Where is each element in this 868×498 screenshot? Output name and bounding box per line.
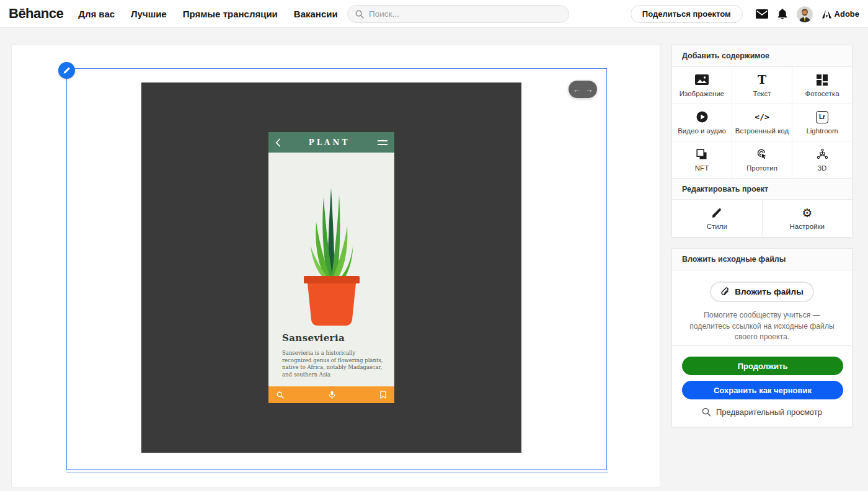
mail-icon[interactable] <box>756 9 768 19</box>
preview-link[interactable]: Предварительный просмотр <box>682 407 842 417</box>
phone-search-icon <box>277 391 284 399</box>
attach-files-button[interactable]: Вложить файлы <box>710 282 814 302</box>
video-audio-icon <box>696 111 708 123</box>
next-section-strip <box>0 491 868 498</box>
arrow-right-icon[interactable]: → <box>585 85 593 94</box>
phone-mic-icon <box>329 391 335 399</box>
nav-item-best[interactable]: Лучшие <box>131 9 167 19</box>
tool-label: Стили <box>707 223 727 230</box>
continue-button[interactable]: Продолжить <box>682 357 843 375</box>
tool-lightroom[interactable]: Lr Lightroom <box>792 104 852 141</box>
attach-files-title: Вложить исходные файлы <box>672 249 852 270</box>
tool-label: Встроенный код <box>735 127 789 135</box>
insertion-indicator-line <box>66 472 608 473</box>
phone-app-header: PLANT <box>268 132 394 153</box>
tool-styles[interactable]: Стили <box>672 200 762 237</box>
add-content-panel: Добавить содержимое Изображение T Фотосе… <box>671 45 852 238</box>
nav-item-livestreams[interactable]: Прямые трансляции <box>183 9 278 19</box>
adobe-label: Adobe <box>835 9 859 19</box>
tool-prototype[interactable]: Прототип <box>732 141 792 178</box>
back-chevron-icon <box>275 138 281 147</box>
paperclip-icon <box>720 287 730 296</box>
avatar[interactable] <box>797 6 813 22</box>
lightroom-icon: Lr <box>816 111 828 123</box>
tool-video-audio[interactable]: Видео и аудио <box>672 104 732 141</box>
brush-icon <box>711 207 723 219</box>
gear-icon: ⚙ <box>802 207 812 219</box>
tool-nft[interactable]: NFT <box>672 141 732 178</box>
embed-code-icon: </> <box>755 111 769 123</box>
tool-label: NFT <box>695 164 709 172</box>
actions-panel: Продолжить Сохранить как черновик Предва… <box>671 345 852 427</box>
tool-image[interactable]: Изображение <box>672 67 732 104</box>
tool-label: 3D <box>818 164 827 172</box>
add-content-title: Добавить содержимое <box>672 45 852 67</box>
tool-label: Изображение <box>680 90 724 97</box>
hamburger-menu-icon <box>378 140 388 145</box>
share-project-button[interactable]: Поделиться проектом <box>631 5 743 23</box>
attach-files-hint: Помогите сообществу учиться — поделитесь… <box>682 310 842 343</box>
plant-name-text: Sansevieria <box>282 332 345 344</box>
edit-module-button[interactable] <box>58 62 75 79</box>
adobe-logo[interactable]: Adobe <box>822 9 859 19</box>
nav-item-jobs[interactable]: Вакансии <box>294 9 338 19</box>
tool-3d[interactable]: 3D <box>792 141 852 178</box>
tool-embed-code[interactable]: </> Встроенный код <box>732 104 792 141</box>
phone-app-title: PLANT <box>281 138 378 147</box>
bell-icon[interactable] <box>777 9 787 20</box>
main-nav: Для вас Лучшие Прямые трансляции Ваканси… <box>78 9 338 19</box>
tool-label: Видео и аудио <box>678 127 726 135</box>
attach-files-panel: Вложить исходные файлы Вложить файлы Пом… <box>671 248 852 355</box>
tool-label: Настройки <box>790 223 825 230</box>
arrow-left-icon[interactable]: ← <box>573 85 581 94</box>
search-icon <box>355 10 364 19</box>
add-content-grid: Изображение T Фотосетка Текст Фотосетка … <box>672 67 852 178</box>
tool-text[interactable]: T Фотосетка Текст <box>732 67 792 104</box>
plant-description-text: Sansevieria is a historically recognized… <box>282 350 384 379</box>
phone-bookmark-icon <box>380 391 386 399</box>
behance-logo[interactable]: Bēhance <box>9 6 63 22</box>
edit-project-grid: Стили ⚙ Настройки <box>672 200 852 237</box>
nft-icon <box>696 148 707 161</box>
reorder-arrows-control[interactable]: ← → <box>569 81 597 98</box>
tool-label: Прототип <box>746 164 777 172</box>
nav-item-for-you[interactable]: Для вас <box>78 9 115 19</box>
phone-bottom-bar <box>268 386 394 403</box>
phone-screen: Sansevieria Sansevieria is a historicall… <box>268 153 394 386</box>
cube-3d-icon <box>817 148 828 161</box>
text-icon: T <box>758 74 766 86</box>
pencil-icon <box>63 66 71 74</box>
phone-mockup: PLANT Sansevieria Sansevieria is a histo… <box>268 132 394 403</box>
preview-label: Предварительный просмотр <box>716 407 822 417</box>
tool-photo-grid[interactable]: Фотосетка <box>792 67 852 104</box>
plant-illustration <box>268 153 394 326</box>
search-box[interactable] <box>347 5 569 23</box>
photo-grid-icon <box>817 74 828 86</box>
search-input[interactable] <box>369 9 561 19</box>
navbar-right-group: Поделиться проектом Adobe <box>631 0 859 28</box>
save-draft-button[interactable]: Сохранить как черновик <box>682 381 843 399</box>
top-navbar: Bēhance Для вас Лучшие Прямые трансляции… <box>0 0 868 28</box>
tool-label: Lightroom <box>806 127 838 135</box>
attach-files-label: Вложить файлы <box>735 287 803 296</box>
tool-label: Текст <box>753 90 771 97</box>
edit-project-title: Редактировать проект <box>672 178 852 200</box>
tool-settings[interactable]: ⚙ Настройки <box>763 200 852 237</box>
magnifier-icon <box>702 407 711 417</box>
prototype-icon <box>756 148 768 161</box>
image-icon <box>695 74 709 86</box>
tool-label: Фотосетка <box>805 90 839 97</box>
